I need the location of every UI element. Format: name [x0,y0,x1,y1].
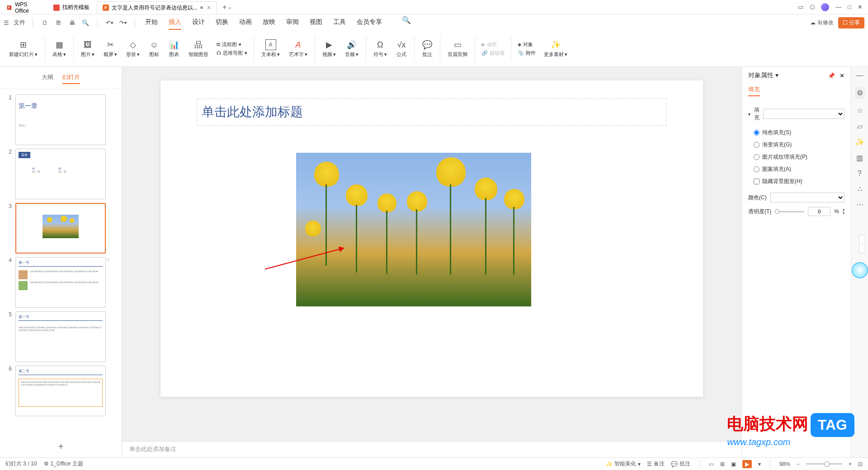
attach-button[interactable]: 📎 附件 [518,50,536,56]
export-icon[interactable]: 🖹 [54,18,63,27]
file-menu[interactable]: 文件 [14,19,25,27]
save-icon[interactable]: 🗋 [40,18,49,27]
settings-icon[interactable]: ⛬ [856,185,863,193]
notes-toggle[interactable]: ☰ 备注 [647,460,665,468]
menu-icon[interactable]: ☰ [4,19,9,26]
view-sorter-icon[interactable]: ⊞ [720,461,725,467]
collapse-panel-icon[interactable]: ‹ [859,235,865,253]
icon-button[interactable]: ☺图标 [145,39,163,58]
zoom-in-icon[interactable]: + [849,461,852,467]
zoom-out-icon[interactable]: − [797,461,800,467]
slides-tab[interactable]: 幻灯片 [62,71,80,84]
tab-view[interactable]: 视图 [310,15,322,30]
close-window-button[interactable]: ✕ [858,4,863,10]
undo-icon[interactable]: ↶ ▾ [105,18,114,27]
mindmap-button[interactable]: ☊ 思维导图 ▾ [217,50,247,56]
more-button[interactable]: ✨更多素材 ▾ [540,39,571,58]
smartart-button[interactable]: 品智能图形 [185,39,212,58]
maximize-button[interactable]: □ [848,4,851,10]
floating-ai-badge[interactable] [852,262,868,278]
object-button[interactable]: ◈ 对象 [518,41,536,48]
tab-document[interactable]: P 文字是人类用符号记录表达信息以... ✕ [97,1,217,14]
layers-icon[interactable]: ▱ [857,122,863,131]
outline-tab[interactable]: 大纲 [42,71,53,84]
notes-area[interactable]: 单击此处添加备注 [122,441,741,457]
star-icon[interactable]: ☆ [857,106,863,115]
fill-preset-select[interactable] [763,109,844,119]
tab-start[interactable]: 开始 [145,15,158,30]
screenshot-button[interactable]: ✂截屏 ▾ [100,39,121,58]
table-button[interactable]: ▦表格 ▾ [49,39,70,58]
slide-canvas[interactable]: 单击此处添加标题 [122,67,741,441]
close-panel-icon[interactable]: ✕ [840,72,844,79]
flowchart-button[interactable]: ⧉ 流程图 ▾ [217,41,247,48]
pattern-fill-radio[interactable]: 图案填充(A) [754,165,844,173]
minimize-button[interactable]: — [835,4,841,10]
comment-button[interactable]: 💬批注 [418,39,436,58]
beautify-button[interactable]: ✨ 智能美化 ▾ [606,460,641,468]
close-tab-icon[interactable]: ✕ [207,5,211,11]
hide-bg-checkbox[interactable]: 隐藏背景图形(H) [754,178,844,185]
view-normal-icon[interactable]: ▭ [709,461,714,467]
view-reading-icon[interactable]: ▣ [731,461,736,467]
zoom-value[interactable]: 98% [779,461,790,467]
new-tab-button[interactable]: + ▾ [218,3,236,11]
picture-fill-radio[interactable]: 图片或纹理填充(P) [754,153,844,161]
modified-indicator[interactable]: ☁有修改 [810,19,834,27]
tab-home[interactable]: WPS Office [1,1,46,14]
solid-fill-radio[interactable]: 纯色填充(S) [754,129,844,136]
tab-tools[interactable]: 工具 [333,15,346,30]
action-button[interactable]: ▶ 动作 [481,41,505,48]
share-button[interactable]: ☐ 分享 [838,17,864,28]
ai-icon[interactable]: ⚙ [855,87,865,99]
shape-button[interactable]: ◇形状 ▾ [123,39,143,58]
page-indicator[interactable]: 幻灯片 3 / 10 [5,460,37,468]
new-slide-button[interactable]: ⊞新建幻灯片 ▾ [5,39,41,58]
fit-icon[interactable]: ⊡ [858,461,863,467]
panel-icon[interactable]: ▭ [798,4,803,10]
stepper-icon[interactable]: ▴▾ [843,208,844,215]
zoom-slider[interactable] [806,463,842,465]
pin-icon[interactable]: 📌 [828,72,835,79]
picture-button[interactable]: 🖼图片 ▾ [77,39,98,58]
tab-templates[interactable]: 找稻壳模板 [48,1,95,14]
tab-design[interactable]: 设计 [192,15,205,30]
collapse-icon[interactable]: — [856,71,863,80]
transparency-input[interactable] [808,207,830,216]
slide-item-5[interactable]: 5 第一节示例正文内容示例正文内容示例正文内容示例正文内容示例正文内容示例正文内… [0,310,122,364]
tab-member[interactable]: 会员专享 [357,15,382,30]
slide-item-6[interactable]: 6 第二节示例正文内容示例正文内容示例正文内容示例正文内容示例正文内容示例正文内… [0,364,122,418]
redo-icon[interactable]: ↷ ▾ [118,18,127,27]
help-icon[interactable]: ? [858,169,862,178]
headerfooter-button[interactable]: ▭页眉页脚 [444,39,471,58]
fill-tab[interactable]: 填充 [748,85,760,96]
theme-indicator[interactable]: ⚙ 1_Office 主题 [44,460,83,468]
comments-toggle[interactable]: 💬 批注 [671,460,690,468]
tab-review[interactable]: 审阅 [286,15,299,30]
symbol-button[interactable]: Ω符号 ▾ [370,39,391,58]
slide-item-2[interactable]: 2 目录01第一章02第二章 [0,147,122,201]
magic-icon[interactable]: ✨ [855,138,864,146]
wordart-button[interactable]: A艺术字 ▾ [285,39,311,58]
tab-transition[interactable]: 切换 [216,15,228,30]
slide-item-3[interactable]: 3 [0,201,122,255]
color-select[interactable] [770,193,844,202]
print-icon[interactable]: 🖶 [67,18,76,27]
slide-item-4[interactable]: 4 第一节人物介绍示例文本人物介绍示例文本人物介绍示例文本人物介绍示例文本人物介… [0,255,122,310]
search-icon[interactable]: 🔍 [402,15,411,24]
gradient-fill-radio[interactable]: 渐变填充(G) [754,141,844,149]
title-placeholder[interactable]: 单击此处添加标题 [197,99,667,126]
cube-icon[interactable]: ⬡ [810,4,815,10]
preview-icon[interactable]: 🔍 [81,18,90,27]
layout-icon[interactable]: ▥ [856,154,863,162]
chart-button[interactable]: 📊图表 [165,39,183,58]
slideshow-icon[interactable]: ▶ [742,460,752,468]
avatar-icon[interactable] [821,3,829,11]
hyperlink-button[interactable]: 🔗 超链接 [481,50,505,56]
slide-image[interactable] [296,153,531,306]
more-icon[interactable]: ⋯ [856,200,863,209]
tab-slideshow[interactable]: 放映 [263,15,275,30]
slide-item-1[interactable]: 1 第一章填写人 [0,93,122,147]
slideshow-dropdown-icon[interactable]: ▾ [758,461,761,467]
textbox-button[interactable]: A文本框 ▾ [258,39,283,58]
